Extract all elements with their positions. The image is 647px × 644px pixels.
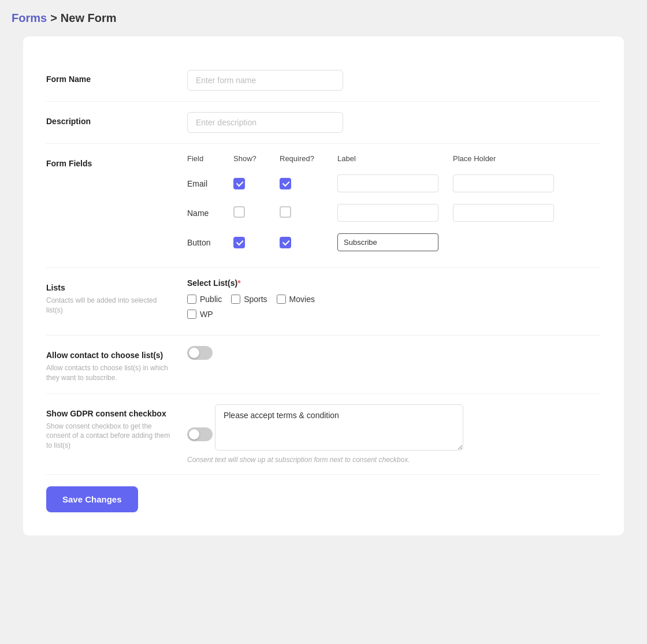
field-name-name: Name <box>187 209 233 218</box>
allow-choose-toggle-track[interactable] <box>187 346 213 360</box>
breadcrumb-separator: > <box>50 12 57 25</box>
form-fields-row: Form Fields Field Show? Required? Label … <box>46 144 601 268</box>
field-label-email <box>337 174 453 192</box>
fields-table: Field Show? Required? Label Place Holder… <box>187 154 601 257</box>
field-required-email <box>280 178 337 189</box>
list-checkbox-movies[interactable]: Movies <box>277 295 315 304</box>
field-show-button <box>233 237 280 248</box>
lists-content: Select List(s)* Public Sports Movies <box>187 278 601 325</box>
lists-label-col: Lists Contacts will be added into select… <box>46 278 173 315</box>
field-row-email: Email <box>187 169 601 198</box>
lists-label: Lists <box>46 283 173 292</box>
checkbox-wp[interactable] <box>187 310 196 319</box>
save-button[interactable]: Save Changes <box>46 486 138 512</box>
gdpr-toggle-track[interactable] <box>187 427 213 441</box>
allow-choose-row: Allow contact to choose list(s) Allow co… <box>46 336 601 394</box>
form-name-label-col: Form Name <box>46 70 173 84</box>
consent-textarea[interactable]: Please accept terms & condition <box>215 404 463 451</box>
allow-choose-label: Allow contact to choose list(s) <box>46 351 173 360</box>
gdpr-label-col: Show GDPR consent checkbox Show consent … <box>46 404 173 451</box>
col-header-placeholder: Place Holder <box>453 154 568 163</box>
list-checkboxes-row1: Public Sports Movies <box>187 295 601 304</box>
form-name-input[interactable] <box>187 70 343 91</box>
name-required-checkbox[interactable] <box>280 206 291 218</box>
email-placeholder-input[interactable] <box>453 174 554 192</box>
checkbox-public[interactable] <box>187 295 196 304</box>
list-label-public: Public <box>200 295 222 304</box>
list-label-sports: Sports <box>244 295 267 304</box>
name-label-input[interactable] <box>337 204 438 222</box>
description-label-col: Description <box>46 112 173 126</box>
list-label-wp: WP <box>200 310 213 319</box>
breadcrumb: Forms > New Form <box>12 12 635 25</box>
form-name-row: Form Name <box>46 59 601 102</box>
list-checkboxes-row2: WP <box>187 310 601 319</box>
form-card: Form Name Description Form Fields Field … <box>23 36 624 535</box>
breadcrumb-current: New Form <box>61 12 117 25</box>
gdpr-content: Please accept terms & condition Consent … <box>187 404 601 464</box>
form-fields-content: Field Show? Required? Label Place Holder… <box>187 154 601 257</box>
allow-choose-content <box>187 346 601 362</box>
list-checkbox-wp[interactable]: WP <box>187 310 213 319</box>
field-show-name <box>233 206 280 219</box>
lists-select-header: Select List(s)* <box>187 278 601 288</box>
allow-choose-label-col: Allow contact to choose list(s) Allow co… <box>46 346 173 383</box>
list-checkbox-sports[interactable]: Sports <box>231 295 267 304</box>
field-label-name <box>337 204 453 222</box>
allow-choose-toggle[interactable] <box>187 346 213 360</box>
form-fields-label-col: Form Fields <box>46 154 173 168</box>
field-row-button: Button <box>187 228 601 257</box>
save-button-row: Save Changes <box>46 475 601 512</box>
button-show-checkbox[interactable] <box>233 237 245 248</box>
form-fields-label: Form Fields <box>46 159 173 168</box>
fields-header: Field Show? Required? Label Place Holder <box>187 154 601 169</box>
field-show-email <box>233 178 280 189</box>
allow-choose-sublabel: Allow contacts to choose list(s) in whic… <box>46 363 173 383</box>
list-label-movies: Movies <box>289 295 315 304</box>
field-placeholder-name <box>453 204 568 222</box>
email-show-checkbox[interactable] <box>233 178 245 189</box>
field-row-name: Name <box>187 198 601 228</box>
name-placeholder-input[interactable] <box>453 204 554 222</box>
lists-sublabel: Contacts will be added into selected lis… <box>46 296 173 315</box>
name-show-checkbox[interactable] <box>233 206 245 218</box>
field-name-email: Email <box>187 179 233 188</box>
description-label: Description <box>46 117 173 126</box>
list-checkbox-public[interactable]: Public <box>187 295 222 304</box>
consent-note: Consent text will show up at subscriptio… <box>187 456 601 464</box>
checkbox-movies[interactable] <box>277 295 286 304</box>
description-input[interactable] <box>187 112 343 133</box>
description-content <box>187 112 601 133</box>
gdpr-sublabel: Show consent checkbox to get the consent… <box>46 422 173 451</box>
col-header-field: Field <box>187 154 233 163</box>
required-star: * <box>237 278 240 288</box>
gdpr-toggle[interactable] <box>187 427 213 441</box>
field-required-button <box>280 237 337 248</box>
breadcrumb-forms-link[interactable]: Forms <box>12 12 47 25</box>
form-name-label: Form Name <box>46 75 173 84</box>
field-placeholder-email <box>453 174 568 192</box>
lists-row: Lists Contacts will be added into select… <box>46 268 601 336</box>
form-name-content <box>187 70 601 91</box>
description-row: Description <box>46 102 601 144</box>
button-required-checkbox[interactable] <box>280 237 291 248</box>
col-header-show: Show? <box>233 154 280 163</box>
gdpr-toggle-thumb <box>189 429 199 440</box>
field-name-button: Button <box>187 238 233 247</box>
gdpr-row: Show GDPR consent checkbox Show consent … <box>46 394 601 475</box>
email-label-input[interactable] <box>337 174 438 192</box>
email-required-checkbox[interactable] <box>280 178 291 189</box>
gdpr-label: Show GDPR consent checkbox <box>46 409 173 418</box>
col-header-required: Required? <box>280 154 337 163</box>
checkbox-sports[interactable] <box>231 295 240 304</box>
col-header-label: Label <box>337 154 453 163</box>
field-label-button <box>337 233 453 251</box>
allow-choose-toggle-thumb <box>189 348 199 358</box>
button-label-input[interactable] <box>337 233 438 251</box>
field-required-name <box>280 206 337 219</box>
